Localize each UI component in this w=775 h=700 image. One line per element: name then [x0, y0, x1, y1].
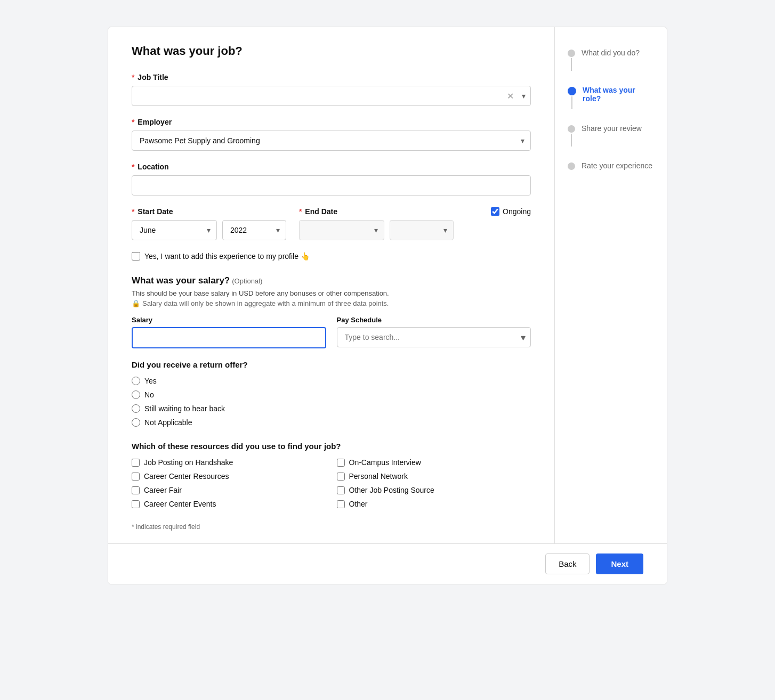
- resource-personal-network: Personal Network: [337, 472, 531, 481]
- resource-other-checkbox[interactable]: [337, 500, 345, 508]
- salary-optional: (Optional): [232, 277, 262, 285]
- resource-job-posting-label[interactable]: Job Posting on Handshake: [144, 458, 233, 467]
- start-month-wrapper: June JanuaryFebruaryMarch AprilMay JulyA…: [132, 220, 217, 240]
- job-title-label-text: Job Title: [138, 73, 168, 82]
- start-date-selects: June JanuaryFebruaryMarch AprilMay JulyA…: [132, 220, 286, 240]
- return-offer-title: Did you receive a return offer?: [132, 360, 531, 369]
- resource-job-posting-checkbox[interactable]: [132, 459, 140, 467]
- back-button[interactable]: Back: [545, 554, 590, 574]
- radio-no: No: [132, 390, 531, 399]
- resource-career-center-checkbox[interactable]: [132, 473, 140, 481]
- resources-grid: Job Posting on Handshake On-Campus Inter…: [132, 458, 531, 508]
- resource-other-posting-label[interactable]: Other Job Posting Source: [349, 486, 434, 494]
- location-section: * Location Nashville, Tennessee, United …: [132, 162, 531, 196]
- resource-career-events-checkbox[interactable]: [132, 500, 140, 508]
- step-3-indicator: [568, 124, 575, 146]
- radio-waiting-input[interactable]: [132, 404, 140, 413]
- job-title-label: * Job Title: [132, 73, 531, 82]
- pay-schedule-input[interactable]: [337, 327, 531, 347]
- salary-privacy-text: Salary data will only be shown in aggreg…: [142, 299, 389, 307]
- add-profile-label-text: Yes, I want to add this experience to my…: [144, 252, 298, 261]
- resource-career-events-label[interactable]: Career Center Events: [144, 500, 216, 508]
- job-title-input[interactable]: Marketing Intern: [132, 86, 531, 106]
- sidebar-steps: What did you do? What was your role?: [568, 44, 654, 170]
- step-3-label[interactable]: Share your review: [582, 124, 642, 133]
- radio-no-input[interactable]: [132, 390, 140, 399]
- ongoing-checkbox[interactable]: [491, 207, 499, 216]
- radio-waiting: Still waiting to hear back: [132, 404, 531, 413]
- pay-schedule-label: Pay Schedule: [337, 316, 531, 324]
- add-profile-label[interactable]: Yes, I want to add this experience to my…: [144, 252, 310, 261]
- step-3-dot: [568, 125, 575, 133]
- employer-label: * Employer: [132, 118, 531, 126]
- start-month-select[interactable]: June JanuaryFebruaryMarch AprilMay JulyA…: [132, 220, 217, 240]
- resource-other-posting-checkbox[interactable]: [337, 486, 345, 494]
- pay-schedule-group: Pay Schedule ▾: [337, 316, 531, 348]
- location-label: * Location: [132, 162, 531, 171]
- step-2-indicator: [568, 86, 576, 109]
- resource-other: Other: [337, 500, 531, 508]
- step-1-indicator: [568, 48, 575, 71]
- resource-personal-network-label[interactable]: Personal Network: [349, 472, 408, 481]
- radio-na-input[interactable]: [132, 418, 140, 427]
- step-4-indicator: [568, 161, 575, 170]
- radio-na-label[interactable]: Not Applicable: [144, 418, 192, 427]
- start-year-select[interactable]: 20222021202020232024: [222, 220, 286, 240]
- salary-inputs-row: Salary Pay Schedule ▾: [132, 316, 531, 348]
- resource-on-campus-checkbox[interactable]: [337, 459, 345, 467]
- radio-yes-input[interactable]: [132, 377, 140, 385]
- step-3-line: [571, 134, 572, 146]
- required-star-location: *: [132, 162, 134, 171]
- job-title-wrapper: Marketing Intern ✕ ▾: [132, 86, 531, 106]
- start-date-label-text: Start Date: [138, 207, 173, 216]
- radio-yes: Yes: [132, 377, 531, 385]
- resource-career-center: Career Center Resources: [132, 472, 326, 481]
- resource-on-campus-label[interactable]: On-Campus Interview: [349, 458, 421, 467]
- job-title-clear-button[interactable]: ✕: [507, 91, 514, 101]
- radio-no-label[interactable]: No: [144, 390, 154, 399]
- end-date-label-text: End Date: [305, 207, 337, 216]
- ongoing-label[interactable]: Ongoing: [503, 207, 531, 216]
- step-1-line: [571, 58, 572, 71]
- start-date-label: * Start Date: [132, 207, 286, 216]
- sidebar-step-4: Rate your experience: [568, 161, 654, 170]
- employer-select[interactable]: Pawsome Pet Supply and Grooming: [132, 131, 531, 151]
- resource-career-fair-checkbox[interactable]: [132, 486, 140, 494]
- required-note: * indicates required field: [132, 523, 531, 531]
- add-profile-checkbox[interactable]: [132, 252, 140, 261]
- resource-career-fair-label[interactable]: Career Fair: [144, 486, 182, 494]
- salary-privacy: 🔒 Salary data will only be shown in aggr…: [132, 299, 531, 307]
- salary-input[interactable]: [132, 327, 326, 348]
- resources-title: Which of these resources did you use to …: [132, 442, 531, 451]
- salary-title-row: What was your salary?(Optional): [132, 275, 531, 286]
- required-star-start: *: [132, 207, 134, 216]
- date-row: * Start Date June JanuaryFebruaryMarch A…: [132, 207, 531, 240]
- step-4-dot: [568, 162, 575, 170]
- step-2-label[interactable]: What was your role?: [583, 86, 654, 103]
- radio-waiting-label[interactable]: Still waiting to hear back: [144, 404, 225, 413]
- end-month-select[interactable]: [299, 220, 384, 240]
- lock-icon: 🔒: [132, 299, 140, 307]
- resource-other-label[interactable]: Other: [349, 500, 368, 508]
- next-button[interactable]: Next: [596, 554, 643, 574]
- sidebar-step-3: Share your review: [568, 124, 654, 161]
- radio-na: Not Applicable: [132, 418, 531, 427]
- end-year-wrapper: [390, 220, 454, 240]
- salary-input-group: Salary: [132, 316, 326, 348]
- resource-career-fair: Career Fair: [132, 486, 326, 494]
- employer-section: * Employer Pawsome Pet Supply and Groomi…: [132, 118, 531, 151]
- resource-job-posting: Job Posting on Handshake: [132, 458, 326, 467]
- resource-personal-network-checkbox[interactable]: [337, 473, 345, 481]
- location-input[interactable]: Nashville, Tennessee, United States: [132, 175, 531, 196]
- step-4-label[interactable]: Rate your experience: [582, 161, 652, 170]
- start-year-wrapper: 20222021202020232024: [222, 220, 286, 240]
- step-1-label[interactable]: What did you do?: [582, 48, 640, 57]
- required-star-job-title: *: [132, 73, 134, 82]
- add-profile-row: Yes, I want to add this experience to my…: [132, 252, 531, 261]
- resource-other-posting: Other Job Posting Source: [337, 486, 531, 494]
- resource-career-center-label[interactable]: Career Center Resources: [144, 472, 229, 481]
- salary-description: This should be your base salary in USD b…: [132, 289, 531, 297]
- radio-yes-label[interactable]: Yes: [144, 377, 157, 385]
- salary-label: Salary: [132, 316, 326, 324]
- end-year-select[interactable]: [390, 220, 454, 240]
